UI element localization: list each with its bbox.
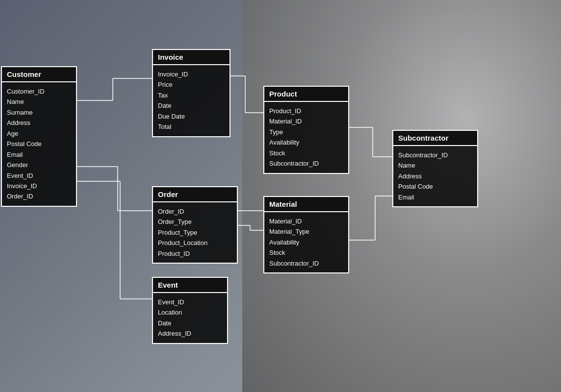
field-customer-age: Age [7,128,71,139]
field-event-date: Date [158,318,222,328]
field-sub-id: Subcontractor_ID [398,150,472,160]
table-product-body: Product_ID Material_ID Type Availability… [264,102,348,173]
field-product-availability: Availability [269,137,343,147]
field-event-id: Event_ID [158,297,222,307]
field-material-subcontractor-id: Subcontractor_ID [269,258,343,269]
field-product-material-id: Material_ID [269,116,343,126]
table-order-header: Order [153,187,237,202]
table-material: Material Material_ID Material_Type Avail… [263,196,349,273]
field-product-type: Type [269,127,343,137]
field-event-address-id: Address_ID [158,328,222,339]
field-customer-name: Name [7,97,71,107]
field-sub-name: Name [398,160,472,171]
table-product: Product Product_ID Material_ID Type Avai… [263,86,349,174]
field-order-product-id: Product_ID [158,248,232,259]
table-event: Event Event_ID Location Date Address_ID [152,277,228,344]
field-invoice-tax: Tax [158,90,225,100]
table-invoice: Invoice Invoice_ID Price Tax Date Due Da… [152,49,230,137]
field-product-subcontractor-id: Subcontractor_ID [269,158,343,169]
field-product-stock: Stock [269,148,343,158]
field-invoice-total: Total [158,122,225,132]
table-order: Order Order_ID Order_Type Product_Type P… [152,186,238,264]
table-product-header: Product [264,87,348,102]
table-invoice-header: Invoice [153,50,230,65]
table-customer-body: Customer_ID Name Surname Address Age Pos… [2,82,76,206]
field-customer-invoice-id: Invoice_ID [7,181,71,191]
table-customer-header: Customer [2,67,76,82]
table-subcontractor: Subcontractor Subcontractor_ID Name Addr… [392,130,478,207]
field-material-id: Material_ID [269,216,343,226]
field-material-stock: Stock [269,247,343,258]
field-customer-gender: Gender [7,160,71,170]
table-material-header: Material [264,197,348,212]
field-customer-event-id: Event_ID [7,171,71,181]
field-sub-address: Address [398,171,472,181]
field-customer-id: Customer_ID [7,86,71,97]
field-order-product-type: Product_Type [158,227,232,238]
table-customer: Customer Customer_ID Name Surname Addres… [1,66,77,207]
table-invoice-body: Invoice_ID Price Tax Date Due Date Total [153,65,230,136]
table-event-body: Event_ID Location Date Address_ID [153,293,227,343]
field-customer-address: Address [7,118,71,128]
table-material-body: Material_ID Material_Type Availability S… [264,212,348,272]
field-event-location: Location [158,307,222,318]
field-customer-surname: Surname [7,107,71,118]
table-order-body: Order_ID Order_Type Product_Type Product… [153,202,237,263]
field-invoice-id: Invoice_ID [158,69,225,79]
table-event-header: Event [153,278,227,293]
field-material-type: Material_Type [269,226,343,237]
field-product-id: Product_ID [269,106,343,116]
field-order-product-location: Product_Location [158,238,232,248]
field-customer-order-id: Order_ID [7,191,71,201]
field-invoice-date: Date [158,100,225,111]
field-customer-email: Email [7,149,71,160]
field-sub-postal: Postal Code [398,181,472,192]
field-order-type: Order_Type [158,217,232,227]
diagram-container: Customer Customer_ID Name Surname Addres… [0,0,561,392]
field-order-id: Order_ID [158,206,232,217]
field-invoice-due-date: Due Date [158,111,225,122]
field-customer-postal: Postal Code [7,139,71,149]
table-subcontractor-header: Subcontractor [393,131,477,146]
table-subcontractor-body: Subcontractor_ID Name Address Postal Cod… [393,146,477,206]
field-sub-email: Email [398,192,472,202]
field-material-availability: Availability [269,237,343,247]
field-invoice-price: Price [158,79,225,90]
